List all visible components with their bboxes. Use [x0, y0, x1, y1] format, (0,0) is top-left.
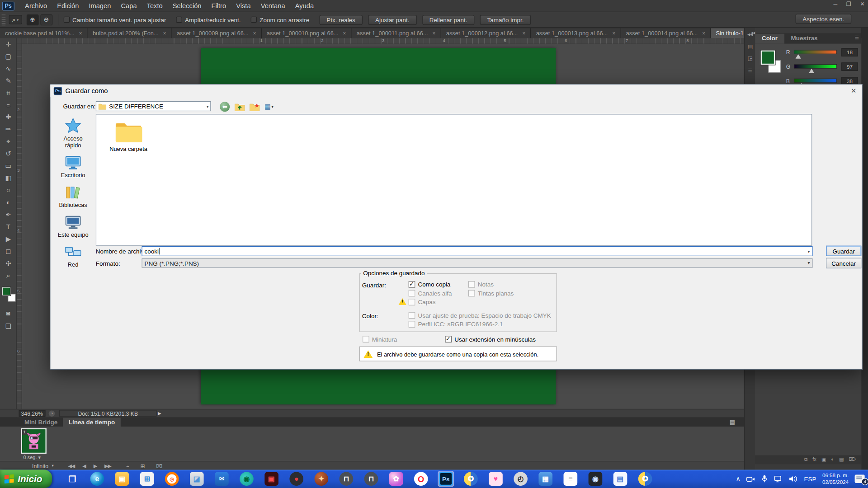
path-selection-tool[interactable]: ▶: [0, 233, 17, 245]
menu-edicion[interactable]: Edición: [52, 0, 84, 11]
tab-color[interactable]: Color: [755, 34, 784, 44]
as-copy-checkbox[interactable]: Como copia: [409, 281, 451, 288]
taskbar-clock[interactable]: 06:58 p. m. 02/05/2024: [822, 472, 849, 486]
close-tab-icon[interactable]: ×: [79, 30, 82, 36]
close-tab-icon[interactable]: ×: [343, 30, 346, 36]
layers-checkbox[interactable]: Capas: [409, 299, 436, 305]
type-tool[interactable]: T: [0, 221, 17, 233]
red-slider-thumb[interactable]: [796, 54, 801, 59]
green-slider-thumb[interactable]: [809, 69, 814, 73]
microphone-tray-icon[interactable]: [761, 475, 768, 483]
gradient-tool[interactable]: ◧: [0, 172, 17, 184]
fill-screen-button[interactable]: Rellenar pant.: [422, 14, 475, 24]
clone-stamp-tool[interactable]: ⌖: [0, 136, 17, 148]
previous-frame-button[interactable]: ◀: [82, 463, 85, 469]
blur-tool[interactable]: ○: [0, 184, 17, 197]
thumbnail-checkbox[interactable]: Miniatura: [363, 336, 397, 343]
close-tab-icon[interactable]: ×: [612, 30, 615, 36]
zoom-in-button[interactable]: ⊕: [26, 14, 38, 25]
zoom-all-windows-checkbox[interactable]: Ampliar/reducir vent.: [176, 16, 241, 23]
tab-asset-000009[interactable]: asset 1_000009.png al 66...×: [172, 28, 262, 38]
paint-app-icon[interactable]: ✿: [388, 471, 404, 487]
notepad-app-icon[interactable]: ▤: [612, 471, 628, 487]
tab-asset-000010[interactable]: asset 1_000010.png al 66...×: [262, 28, 352, 38]
tab-linea-de-tiempo[interactable]: Línea de tiempo: [63, 418, 120, 427]
file-list[interactable]: Nueva carpeta: [96, 114, 812, 245]
proof-setup-checkbox[interactable]: Usar ajuste de prueba: Espacio de trabaj…: [409, 312, 551, 319]
document-app-icon[interactable]: ≡: [562, 471, 579, 487]
tab-asset-000011[interactable]: asset 1_000011.png al 66...×: [352, 28, 441, 38]
play-button[interactable]: ▶: [94, 463, 97, 469]
delete-layer-icon[interactable]: ⌦: [849, 456, 856, 464]
hand-tool[interactable]: ✣: [0, 257, 17, 269]
capture-app-icon[interactable]: ◉: [587, 471, 604, 487]
foreground-swatch[interactable]: [760, 50, 775, 65]
calculator-app-icon[interactable]: ▦: [538, 471, 554, 487]
dialog-close-icon[interactable]: ✕: [851, 87, 856, 94]
menu-imagen[interactable]: Imagen: [84, 0, 116, 11]
healing-brush-tool[interactable]: ✚: [0, 111, 17, 123]
network-tray-icon[interactable]: [774, 475, 783, 483]
resize-windows-checkbox[interactable]: Cambiar tamaño vent. para ajustar: [63, 16, 166, 23]
cancel-button[interactable]: Cancelar: [826, 258, 861, 268]
crop-tool[interactable]: ⌗: [0, 87, 17, 99]
camera-tray-icon[interactable]: [746, 475, 755, 483]
minimize-icon[interactable]: ─: [834, 1, 838, 7]
dark-red-app-icon[interactable]: ●: [288, 471, 305, 487]
dock-panel-icon-1[interactable]: ▤: [745, 40, 755, 52]
animation-frame-1[interactable]: 1: [21, 428, 47, 454]
marquee-tool[interactable]: ▢: [0, 50, 17, 62]
start-button[interactable]: Inicio: [0, 470, 52, 488]
opera-browser-icon[interactable]: O: [413, 471, 429, 487]
lowercase-extension-checkbox[interactable]: Usar extensión en minúsculas: [445, 336, 536, 343]
dock-panel-icon-2[interactable]: ◲: [745, 52, 755, 64]
icc-profile-checkbox[interactable]: Perfil ICC: sRGB IEC61966-2.1: [409, 321, 503, 328]
close-tab-icon[interactable]: ×: [253, 30, 256, 36]
task-view-icon[interactable]: ❐: [64, 471, 80, 487]
look-in-dropdown[interactable]: SIZE DIFFERENCE ▾: [96, 101, 211, 111]
sidebar-item-este-equipo[interactable]: Este equipo: [55, 215, 91, 238]
fit-screen-button[interactable]: Ajustar pant.: [368, 14, 416, 24]
adjustment-layer-icon[interactable]: ◐: [831, 456, 834, 464]
ruler-origin-corner[interactable]: [17, 38, 22, 44]
layer-style-icon[interactable]: fx: [812, 456, 816, 464]
spot-colors-checkbox[interactable]: Tintas planas: [468, 290, 514, 297]
tween-icon[interactable]: ⌁: [126, 463, 129, 469]
photoshop-taskbar-icon[interactable]: Ps: [438, 471, 454, 487]
actual-pixels-button[interactable]: Píx. reales: [319, 14, 362, 24]
up-one-level-icon[interactable]: [235, 103, 245, 111]
notification-center-icon[interactable]: 4: [855, 475, 865, 483]
edge-browser-icon[interactable]: e: [89, 471, 105, 487]
tab-bulbs[interactable]: bulbs.psd al 200% (Fon...×: [88, 28, 172, 38]
menu-ventana[interactable]: Ventana: [256, 0, 290, 11]
menu-archivo[interactable]: Archivo: [20, 0, 52, 11]
lock-app-icon-1[interactable]: ⊓: [338, 471, 354, 487]
document-size-readout[interactable]: Doc: 151.0 KB/201.3 KB: [59, 410, 157, 417]
workspace-switcher-button[interactable]: Aspectos esen.: [795, 14, 851, 24]
mail-app-icon[interactable]: ✉: [214, 471, 230, 487]
move-tool[interactable]: ✛: [0, 38, 17, 50]
zoom-tool[interactable]: ⌕: [0, 269, 17, 282]
menu-seleccion[interactable]: Selección: [168, 0, 207, 11]
shape-tool[interactable]: ◻: [0, 245, 17, 257]
new-folder-icon[interactable]: [250, 103, 259, 111]
history-brush-tool[interactable]: ↺: [0, 148, 17, 160]
menu-texto[interactable]: Texto: [142, 0, 168, 11]
new-frame-icon[interactable]: ⊞: [140, 463, 145, 469]
close-tab-icon[interactable]: ×: [163, 30, 166, 36]
quick-mask-button[interactable]: ◙: [0, 307, 17, 319]
close-tab-icon[interactable]: ×: [702, 30, 705, 36]
volume-tray-icon[interactable]: [789, 475, 798, 483]
print-size-button[interactable]: Tamaño impr.: [480, 14, 531, 24]
dock-panel-icon-3[interactable]: ≣: [745, 64, 755, 76]
status-scratch-icon[interactable]: ◔: [49, 410, 55, 416]
green-slider-track[interactable]: [794, 64, 837, 69]
green-value[interactable]: 97: [841, 62, 858, 70]
tab-asset-000012[interactable]: asset 1_000012.png al 66...×: [441, 28, 531, 38]
foreground-color-swatch[interactable]: [2, 287, 10, 296]
save-button[interactable]: Guardar: [826, 246, 861, 256]
eyedropper-tool[interactable]: ⌯: [0, 99, 17, 111]
restore-icon[interactable]: ❐: [846, 1, 851, 7]
back-button[interactable]: ⬅: [220, 102, 230, 112]
close-icon[interactable]: ✕: [860, 1, 864, 7]
